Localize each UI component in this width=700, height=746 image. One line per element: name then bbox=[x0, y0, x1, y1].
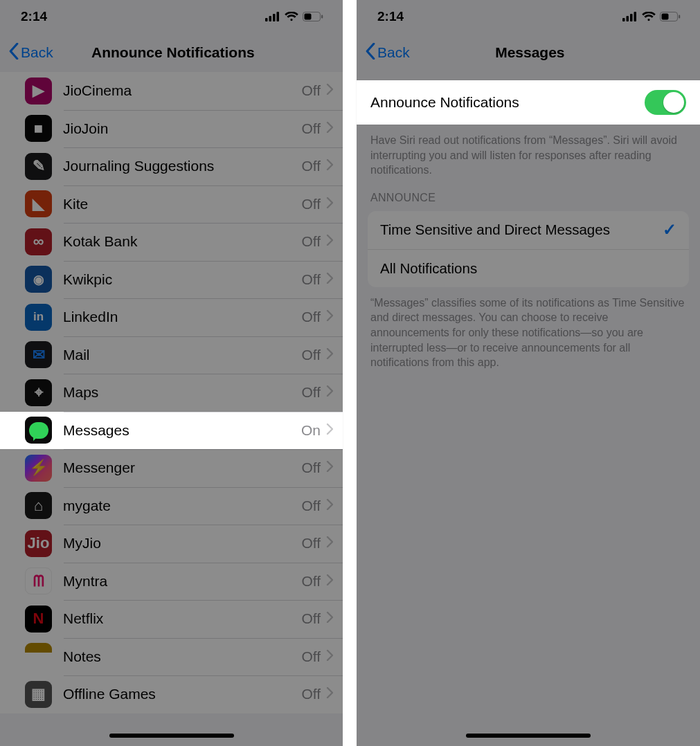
app-row-kwikpic[interactable]: ◉KwikpicOff bbox=[0, 261, 343, 299]
chevron-right-icon bbox=[326, 574, 333, 588]
app-row-kite[interactable]: ◣KiteOff bbox=[0, 185, 343, 224]
app-row-kotak[interactable]: ∞Kotak BankOff bbox=[0, 223, 343, 261]
svg-rect-6 bbox=[321, 15, 323, 19]
app-state-value: Off bbox=[301, 233, 321, 250]
announce-option[interactable]: Time Sensitive and Direct Messages✓ bbox=[368, 211, 689, 249]
app-state-value: Off bbox=[301, 460, 321, 476]
app-label: Kite bbox=[63, 196, 301, 212]
app-row-mail[interactable]: ✉MailOff bbox=[0, 336, 343, 374]
svg-rect-10 bbox=[634, 12, 637, 21]
app-state-value: Off bbox=[301, 120, 321, 137]
app-label: LinkedIn bbox=[63, 309, 301, 325]
chevron-right-icon bbox=[326, 536, 333, 550]
app-state-value: Off bbox=[301, 196, 321, 212]
chevron-right-icon bbox=[326, 310, 333, 324]
app-row-myntra[interactable]: ᗰMyntraOff bbox=[0, 563, 343, 601]
chevron-right-icon bbox=[326, 122, 333, 136]
app-state-value: Off bbox=[301, 347, 321, 363]
chevron-right-icon bbox=[326, 385, 333, 399]
svg-rect-0 bbox=[265, 18, 268, 21]
announce-toggle-group: Announce Notifications bbox=[357, 80, 700, 125]
statusbar: 2:14 bbox=[0, 0, 343, 33]
app-label: JioJoin bbox=[63, 120, 301, 137]
app-label: Myntra bbox=[63, 573, 301, 590]
app-row-jiocinema[interactable]: ▶JioCinemaOff bbox=[0, 72, 343, 110]
app-label: Maps bbox=[63, 384, 301, 401]
svg-rect-1 bbox=[269, 16, 272, 21]
battery-icon bbox=[303, 12, 323, 21]
app-label: Kwikpic bbox=[63, 271, 301, 288]
options-footer-text: “Messages” classifies some of its notifi… bbox=[357, 287, 700, 370]
app-label: JioCinema bbox=[63, 82, 301, 99]
status-icons bbox=[622, 12, 681, 21]
option-label: Time Sensitive and Direct Messages bbox=[380, 221, 610, 238]
page-title: Announce Notifications bbox=[12, 44, 334, 61]
app-row-offline[interactable]: ▦Offline GamesOff bbox=[0, 675, 343, 713]
app-state-value: Off bbox=[301, 158, 321, 174]
announce-toggle-row[interactable]: Announce Notifications bbox=[357, 80, 700, 125]
announce-option[interactable]: All Notifications bbox=[368, 249, 689, 287]
app-icon-kite: ◣ bbox=[25, 190, 52, 217]
app-label: Journaling Suggestions bbox=[63, 158, 301, 174]
app-icon-messenger: ⚡ bbox=[25, 455, 52, 482]
app-state-value: Off bbox=[301, 686, 321, 702]
toggle-label: Announce Notifications bbox=[370, 94, 519, 111]
chevron-right-icon bbox=[326, 273, 333, 286]
app-row-netflix[interactable]: NNetflixOff bbox=[0, 600, 343, 638]
chevron-right-icon bbox=[326, 650, 333, 664]
chevron-right-icon bbox=[326, 197, 333, 211]
app-state-value: Off bbox=[301, 535, 321, 552]
app-icon-notes bbox=[25, 643, 52, 670]
navbar: Back Messages bbox=[357, 33, 700, 72]
app-row-myjio[interactable]: JioMyJioOff bbox=[0, 525, 343, 563]
home-indicator bbox=[466, 734, 591, 738]
chevron-right-icon bbox=[326, 348, 333, 362]
app-state-value: Off bbox=[301, 610, 321, 627]
app-icon-jiojoin: ■ bbox=[25, 115, 52, 142]
svg-rect-2 bbox=[273, 14, 276, 21]
app-icon-kotak: ∞ bbox=[25, 228, 52, 255]
wifi-icon bbox=[285, 12, 298, 21]
app-state-value: Off bbox=[301, 648, 321, 665]
option-label: All Notifications bbox=[380, 260, 477, 277]
chevron-right-icon bbox=[326, 424, 333, 437]
app-row-maps[interactable]: ⌖MapsOff bbox=[0, 374, 343, 412]
app-row-mygate[interactable]: ⌂mygateOff bbox=[0, 487, 343, 525]
app-row-linkedin[interactable]: inLinkedInOff bbox=[0, 298, 343, 336]
svg-rect-5 bbox=[305, 14, 312, 20]
chevron-right-icon bbox=[326, 687, 333, 701]
page-title: Messages bbox=[368, 44, 692, 61]
home-indicator bbox=[109, 734, 234, 738]
chevron-right-icon bbox=[326, 235, 333, 248]
app-state-value: Off bbox=[301, 498, 321, 514]
navbar: Back Announce Notifications bbox=[0, 33, 343, 72]
app-label: Offline Games bbox=[63, 686, 301, 702]
app-icon-offline: ▦ bbox=[25, 681, 52, 708]
app-icon-jiocinema: ▶ bbox=[25, 78, 52, 104]
app-row-notes[interactable]: NotesOff bbox=[0, 638, 343, 676]
app-icon-myjio: Jio bbox=[25, 530, 52, 557]
chevron-right-icon bbox=[326, 461, 333, 475]
status-time: 2:14 bbox=[377, 9, 404, 24]
announce-options-group: Time Sensitive and Direct Messages✓All N… bbox=[368, 211, 689, 287]
app-label: Kotak Bank bbox=[63, 233, 301, 250]
app-label: Netflix bbox=[63, 610, 301, 627]
app-state-value: Off bbox=[301, 271, 321, 288]
app-row-jiojoin[interactable]: ■JioJoinOff bbox=[0, 110, 343, 148]
phone-announce-list: 2:14 Back Announce Notifications ▶JioCin… bbox=[0, 0, 343, 746]
app-state-value: Off bbox=[301, 573, 321, 590]
statusbar: 2:14 bbox=[357, 0, 700, 33]
app-icon-netflix: N bbox=[25, 606, 52, 633]
section-header-announce: ANNOUNCE bbox=[357, 178, 700, 211]
toggle-switch[interactable] bbox=[645, 90, 686, 115]
app-row-messenger[interactable]: ⚡MessengerOff bbox=[0, 449, 343, 487]
app-row-messages[interactable]: MessagesOn bbox=[0, 412, 343, 450]
app-icon-linkedin: in bbox=[25, 304, 52, 331]
app-state-value: Off bbox=[301, 309, 321, 325]
svg-rect-7 bbox=[622, 18, 625, 21]
svg-rect-3 bbox=[277, 12, 280, 21]
chevron-right-icon bbox=[326, 84, 333, 98]
app-icon-maps: ⌖ bbox=[25, 379, 52, 406]
app-row-journal[interactable]: ✎Journaling SuggestionsOff bbox=[0, 147, 343, 185]
svg-rect-8 bbox=[627, 16, 629, 21]
